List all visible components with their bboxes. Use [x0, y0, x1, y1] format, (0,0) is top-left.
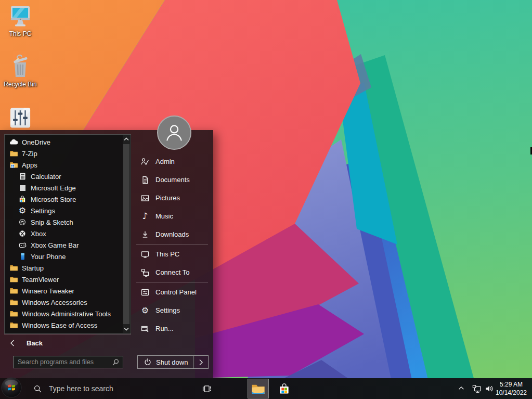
start-menu-item-run[interactable]: Run...	[131, 319, 213, 338]
start-program-your-phone[interactable]: Your Phone	[5, 251, 122, 262]
chevron-right-icon	[199, 359, 203, 366]
task-view-icon	[202, 384, 212, 394]
network-icon	[140, 268, 150, 277]
monitor-icon	[140, 250, 150, 259]
back-button[interactable]: Back	[4, 334, 131, 351]
scroll-down-button[interactable]	[123, 325, 130, 333]
start-menu-item-downloads[interactable]: Downloads	[131, 225, 213, 243]
program-list: OneDrive7-ZipAppsCalculatorMicrosoft Edg…	[5, 136, 122, 332]
chevron-down-icon	[124, 327, 129, 331]
folder-icon	[9, 309, 18, 318]
edge-icon	[18, 183, 27, 192]
game-bar-icon	[18, 240, 27, 250]
taskbar-search-text[interactable]: Type here to search	[49, 378, 113, 399]
start-program-7-zip[interactable]: 7-Zip	[5, 148, 122, 159]
folder-icon	[9, 263, 18, 273]
start-program-windows-ease-of-access[interactable]: Windows Ease of Access	[5, 319, 122, 331]
start-program-calculator[interactable]: Calculator	[5, 171, 122, 182]
start-button[interactable]	[1, 377, 22, 398]
start-menu-program-panel: OneDrive7-ZipAppsCalculatorMicrosoft Edg…	[4, 134, 131, 334]
microsoft-store-icon	[278, 382, 291, 395]
folder-icon	[9, 286, 18, 295]
folder-icon	[9, 298, 18, 307]
back-label: Back	[27, 339, 43, 347]
scroll-up-button[interactable]	[123, 135, 130, 143]
start-program-xbox[interactable]: Xbox	[5, 228, 122, 239]
menu-item-label: Downloads	[155, 230, 189, 238]
start-menu-item-this-pc[interactable]: This PC	[131, 245, 213, 263]
shutdown-button[interactable]: Shut down	[138, 356, 193, 368]
chevron-up-icon	[124, 137, 129, 141]
shutdown-options-button[interactable]	[193, 356, 208, 368]
start-program-teamviewer[interactable]: TeamViewer	[5, 274, 122, 285]
start-program-xbox-game-bar[interactable]: Xbox Game Bar	[5, 239, 122, 251]
start-program-windows-administrative-tools[interactable]: Windows Administrative Tools	[5, 308, 122, 319]
taskbar-clock[interactable]: 5:29 AM 10/14/2022	[495, 380, 527, 397]
tray-network-icon[interactable]	[472, 384, 482, 393]
desktop-screen: This PC Recycle Bin	[0, 0, 532, 399]
start-program-microsoft-store[interactable]: Microsoft Store	[5, 194, 122, 205]
audio-mixer-icon	[9, 107, 31, 129]
menu-item-label: Documents	[155, 176, 190, 184]
scrollbar-thumb[interactable]	[123, 144, 129, 324]
start-program-microsoft-edge[interactable]: Microsoft Edge	[5, 182, 122, 194]
program-label: Microsoft Edge	[31, 184, 76, 192]
music-note-icon: ♪	[140, 212, 150, 221]
start-menu-item-music[interactable]: ♪Music	[131, 207, 213, 225]
start-menu-item-documents[interactable]: Documents	[131, 171, 213, 189]
start-menu: OneDrive7-ZipAppsCalculatorMicrosoft Edg…	[0, 130, 213, 378]
taskbar-search-icon[interactable]	[33, 384, 42, 393]
tray-volume-icon[interactable]	[485, 384, 494, 393]
folder-icon	[9, 149, 18, 158]
gear-icon: ⚙	[140, 306, 150, 315]
program-label: Settings	[31, 207, 55, 215]
desktop-icon-label: This PC	[9, 31, 32, 37]
file-explorer-taskbar-button[interactable]	[248, 379, 269, 398]
program-label: Windows Administrative Tools	[22, 310, 111, 318]
program-label: TeamViewer	[22, 276, 59, 284]
desktop-icon-label: Recycle Bin	[4, 81, 36, 88]
clock-time: 5:29 AM	[495, 380, 527, 389]
start-menu-item-settings[interactable]: ⚙Settings	[131, 301, 213, 319]
program-label: Your Phone	[31, 253, 66, 261]
snip-sketch-icon	[18, 217, 27, 227]
user-silhouette-icon	[163, 121, 186, 144]
start-menu-item-pictures[interactable]: Pictures	[131, 189, 213, 207]
this-pc-icon	[8, 4, 33, 29]
program-label: Apps	[22, 161, 37, 169]
program-label: OneDrive	[22, 138, 50, 146]
desktop-icon-audio-mixer[interactable]	[0, 107, 41, 129]
start-program-onedrive[interactable]: OneDrive	[5, 136, 122, 148]
document-icon	[140, 175, 150, 185]
store-taskbar-button[interactable]	[275, 379, 293, 398]
tray-show-hidden-icons-button[interactable]	[458, 384, 465, 392]
start-menu-item-connect-to[interactable]: Connect To	[131, 263, 213, 281]
start-menu-search-box[interactable]	[13, 356, 123, 368]
user-pen-icon	[140, 157, 150, 166]
program-label: Calculator	[31, 173, 61, 181]
desktop-icon-this-pc[interactable]: This PC	[0, 4, 41, 37]
menu-item-label: Admin	[155, 158, 175, 165]
power-icon	[143, 357, 152, 367]
phone-icon	[18, 252, 27, 261]
start-menu-item-control-panel[interactable]: Control Panel	[131, 283, 213, 301]
start-menu-item-admin[interactable]: Admin	[131, 152, 213, 171]
desktop-icon-recycle-bin[interactable]: Recycle Bin	[0, 54, 41, 88]
onedrive-cloud-icon	[9, 137, 18, 147]
start-program-snip-sketch[interactable]: Snip & Sketch	[5, 216, 122, 228]
start-menu-search-input[interactable]	[17, 358, 112, 366]
user-avatar[interactable]	[157, 115, 191, 150]
start-program-startup[interactable]: Startup	[5, 262, 122, 274]
start-menu-user-column: AdminDocumentsPictures♪MusicDownloadsThi…	[131, 130, 213, 378]
program-list-scrollbar[interactable]	[123, 135, 130, 333]
menu-item-label: This PC	[155, 250, 179, 258]
start-program-settings[interactable]: ⚙Settings	[5, 205, 122, 216]
menu-item-label: Control Panel	[155, 288, 197, 296]
task-view-button[interactable]	[202, 384, 212, 394]
menu-item-label: Settings	[155, 306, 180, 314]
start-program-windows-accessories[interactable]: Windows Accessories	[5, 297, 122, 308]
start-program-winaero-tweaker[interactable]: Winaero Tweaker	[5, 285, 122, 297]
start-program-apps[interactable]: Apps	[5, 159, 122, 171]
gear-icon: ⚙	[18, 206, 27, 215]
chevron-left-icon	[9, 339, 15, 347]
